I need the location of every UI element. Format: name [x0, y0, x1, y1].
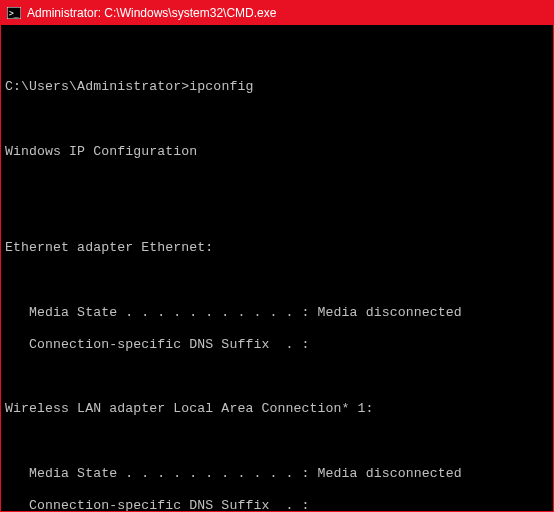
blank-line	[5, 176, 549, 192]
window-titlebar[interactable]: >_ Administrator: C:\Windows\system32\CM…	[1, 1, 553, 25]
blank-line	[5, 111, 549, 127]
ip-config-header: Windows IP Configuration	[5, 144, 549, 160]
blank-line	[5, 433, 549, 449]
cmd-icon: >_	[7, 7, 21, 19]
command-line: C:\Users\Administrator>ipconfig	[5, 79, 549, 95]
blank-line	[5, 272, 549, 288]
window-title: Administrator: C:\Windows\system32\CMD.e…	[27, 6, 276, 20]
blank-line	[5, 369, 549, 385]
svg-text:>_: >_	[9, 9, 19, 18]
field-value: Media disconnected	[318, 466, 462, 481]
adapter-field: Media State . . . . . . . . . . . : Medi…	[5, 305, 549, 321]
blank-line	[5, 47, 549, 63]
field-value: Media disconnected	[318, 305, 462, 320]
adapter-name: Wireless LAN adapter Local Area Connecti…	[5, 401, 549, 417]
adapter-field: Connection-specific DNS Suffix . :	[5, 498, 549, 512]
adapter-field: Media State . . . . . . . . . . . : Medi…	[5, 466, 549, 482]
prompt: C:\Users\Administrator>	[5, 79, 189, 94]
blank-line	[5, 208, 549, 224]
adapter-name: Ethernet adapter Ethernet:	[5, 240, 549, 256]
adapter-field: Connection-specific DNS Suffix . :	[5, 337, 549, 353]
terminal-output[interactable]: C:\Users\Administrator>ipconfig Windows …	[1, 25, 553, 512]
typed-command: ipconfig	[189, 79, 253, 94]
